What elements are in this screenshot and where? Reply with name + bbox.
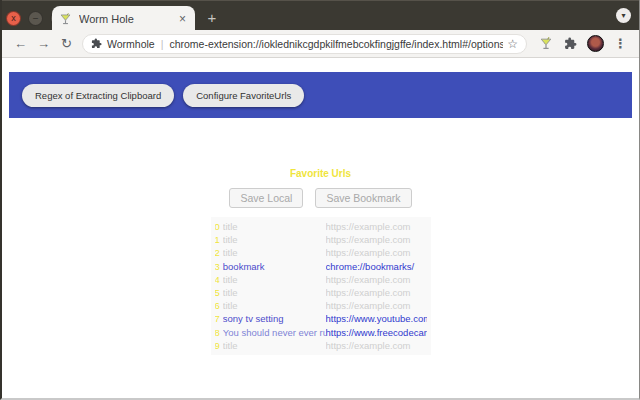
favorite-url: https://example.com xyxy=(326,300,427,311)
favorite-title-cell: 5title xyxy=(215,287,326,298)
favorite-title-cell: 3bookmark xyxy=(215,261,326,272)
favorite-title: bookmark xyxy=(223,261,265,272)
favorite-title: title xyxy=(223,221,238,232)
profile-avatar[interactable] xyxy=(585,33,606,54)
favorite-url: chrome://bookmarks/ xyxy=(326,261,427,272)
favorite-url: https://example.com xyxy=(326,274,427,285)
favorite-title-cell: 6title xyxy=(215,300,326,311)
list-item[interactable]: 9titlehttps://example.com xyxy=(215,339,427,352)
tab-title: Worm Hole xyxy=(79,13,177,25)
favorite-title: title xyxy=(223,247,238,258)
extensions-puzzle-icon[interactable] xyxy=(560,33,581,54)
window-minimize-button[interactable]: – xyxy=(28,11,43,26)
wormhole-extension-martini-glass-icon[interactable] xyxy=(535,33,556,54)
save-local-button[interactable]: Save Local xyxy=(229,188,303,208)
favorite-index: 3 xyxy=(215,261,220,272)
favorite-urls-section: Favorite Urls Save Local Save Bookmark 0… xyxy=(2,168,639,355)
favorite-url: https://example.com xyxy=(326,340,427,351)
favorites-list: 0titlehttps://example.com1titlehttps://e… xyxy=(211,217,431,355)
favorite-title-cell: 1title xyxy=(215,234,326,245)
list-item[interactable]: 4titlehttps://example.com xyxy=(215,273,427,286)
list-item[interactable]: 2titlehttps://example.com xyxy=(215,246,427,259)
tab-search-button[interactable]: ▾ xyxy=(616,8,631,23)
favorite-index: 8 xyxy=(215,327,220,338)
back-icon[interactable]: ← xyxy=(9,33,32,55)
tab-close-icon[interactable]: × xyxy=(177,12,188,26)
favorite-index: 0 xyxy=(215,221,220,232)
favorite-title: sony tv setting xyxy=(223,313,284,324)
list-item[interactable]: 3bookmarkchrome://bookmarks/ xyxy=(215,260,427,273)
omnibox-separator: | xyxy=(161,38,164,50)
favorite-title: title xyxy=(223,274,238,285)
list-item[interactable]: 5titlehttps://example.com xyxy=(215,286,427,299)
favorite-index: 2 xyxy=(215,247,220,258)
browser-toolbar: ← → ↻ Wormhole | chrome-extension://iokl… xyxy=(2,30,639,58)
tab-strip: x – ▢ Worm Hole × + ▾ xyxy=(2,0,639,30)
list-item[interactable]: 1titlehttps://example.com xyxy=(215,233,427,246)
browser-menu-icon[interactable]: ⋮ xyxy=(610,33,631,54)
favorite-index: 6 xyxy=(215,300,220,311)
omnibox[interactable]: Wormhole | chrome-extension://ioklednikc… xyxy=(82,34,527,54)
favorite-url: https://example.com xyxy=(326,221,427,232)
save-actions: Save Local Save Bookmark xyxy=(229,188,411,208)
list-item[interactable]: 7sony tv settinghttps://www.youtube.com/… xyxy=(215,312,427,325)
favorite-index: 1 xyxy=(215,234,220,245)
browser-window: x – ▢ Worm Hole × + ▾ ← → ↻ xyxy=(0,0,640,400)
favorite-urls-title: Favorite Urls xyxy=(290,168,351,179)
list-item[interactable]: 8You should never ever run dihttps://www… xyxy=(215,326,427,339)
favorite-title: title xyxy=(223,234,238,245)
favorite-title-cell: 2title xyxy=(215,247,326,258)
favorite-index: 5 xyxy=(215,287,220,298)
favorite-title: title xyxy=(223,287,238,298)
options-header-bar: Regex of Extracting Clipboard Configure … xyxy=(9,72,632,118)
extension-options-page: Regex of Extracting Clipboard Configure … xyxy=(2,72,639,400)
favorite-url: https://www.freecodecamp.o xyxy=(326,327,427,338)
favorite-index: 4 xyxy=(215,274,220,285)
extension-puzzle-icon xyxy=(91,38,102,49)
toolbar-right-icons: ⋮ xyxy=(535,33,631,54)
favorite-index: 9 xyxy=(215,340,220,351)
favorite-title-cell: 4title xyxy=(215,274,326,285)
favorite-title: title xyxy=(223,340,238,351)
tab-favicon-martini-glass-icon xyxy=(59,12,72,26)
regex-clipboard-button[interactable]: Regex of Extracting Clipboard xyxy=(22,84,174,107)
omnibox-url: chrome-extension://ioklednikcgdpkilfmebc… xyxy=(169,38,503,50)
favorite-url: https://example.com xyxy=(326,247,427,258)
favorite-title-cell: 7sony tv setting xyxy=(215,313,326,324)
favorite-url: https://example.com xyxy=(326,287,427,298)
configure-favoriteurls-button[interactable]: Configure FavoriteUrls xyxy=(183,84,304,107)
favorite-title: title xyxy=(223,300,238,311)
favorite-title-cell: 9title xyxy=(215,340,326,351)
favorite-title: You should never ever run di xyxy=(223,327,326,338)
favorite-title-cell: 0title xyxy=(215,221,326,232)
omnibox-extension-name: Wormhole xyxy=(107,38,155,50)
save-bookmark-button[interactable]: Save Bookmark xyxy=(315,188,411,208)
bookmark-star-icon[interactable]: ☆ xyxy=(507,37,518,51)
reload-icon[interactable]: ↻ xyxy=(55,33,78,55)
browser-tab[interactable]: Worm Hole × xyxy=(52,6,195,31)
favorite-url: https://example.com xyxy=(326,234,427,245)
list-item[interactable]: 6titlehttps://example.com xyxy=(215,299,427,312)
favorite-index: 7 xyxy=(215,313,220,324)
forward-icon[interactable]: → xyxy=(32,33,55,55)
favorite-title-cell: 8You should never ever run di xyxy=(215,327,326,338)
window-close-button[interactable]: x xyxy=(6,11,21,26)
new-tab-button[interactable]: + xyxy=(202,9,222,27)
list-item[interactable]: 0titlehttps://example.com xyxy=(215,220,427,233)
favorite-url: https://www.youtube.com/wa xyxy=(326,313,427,324)
